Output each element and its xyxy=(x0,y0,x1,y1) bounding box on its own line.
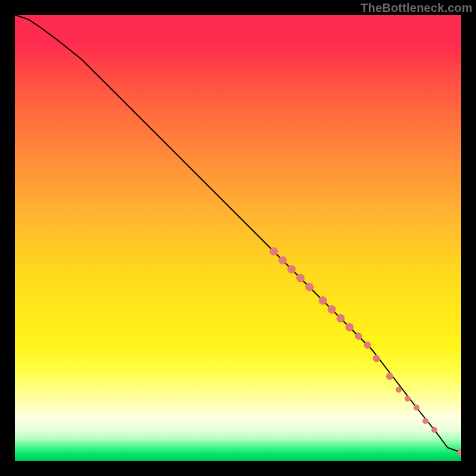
curve-marker xyxy=(328,305,336,314)
curve-marker xyxy=(386,373,393,380)
curve-marker xyxy=(405,396,411,402)
plot-area xyxy=(15,15,461,461)
watermark-text: TheBottleneck.com xyxy=(361,1,472,15)
curve-marker xyxy=(287,265,296,274)
curve-marker xyxy=(431,427,437,433)
chart-svg xyxy=(15,15,461,461)
curve-marker xyxy=(296,274,305,283)
curve-marker xyxy=(337,314,345,322)
curve-marker xyxy=(278,256,287,265)
curve-line xyxy=(15,15,461,452)
curve-marker xyxy=(458,449,461,456)
chart-stage: TheBottleneck.com xyxy=(0,0,476,476)
curve-marker xyxy=(396,387,402,393)
curve-markers xyxy=(270,248,461,456)
curve-marker xyxy=(414,405,419,411)
curve-marker xyxy=(364,342,371,349)
curve-marker xyxy=(305,283,314,292)
curve-marker xyxy=(355,333,362,340)
curve-marker xyxy=(319,296,327,305)
curve-marker xyxy=(346,323,354,331)
curve-marker xyxy=(422,418,428,424)
curve-marker xyxy=(270,248,278,256)
curve-marker xyxy=(373,355,380,362)
